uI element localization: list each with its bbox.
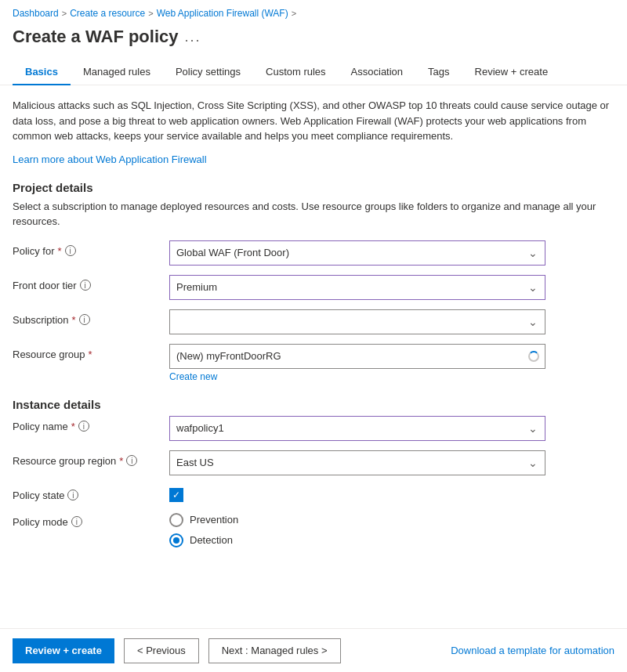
page-menu-icon[interactable]: ...	[185, 29, 201, 45]
breadcrumb-sep-3: >	[292, 9, 296, 18]
breadcrumb: Dashboard > Create a resource > Web Appl…	[0, 0, 627, 23]
policy-state-checkbox-wrapper: ✓	[169, 485, 545, 502]
detection-label: Detection	[190, 534, 233, 546]
policy-name-field	[169, 416, 545, 441]
subscription-row: Subscription * i	[13, 309, 614, 334]
breadcrumb-sep-2: >	[148, 9, 153, 18]
policy-for-info-icon[interactable]: i	[65, 245, 76, 256]
content-area: Malicious attacks such as SQL Injection,…	[0, 85, 627, 620]
policy-for-field: Global WAF (Front Door) Regional WAF (Ap…	[169, 240, 545, 266]
previous-button[interactable]: < Previous	[124, 638, 199, 663]
policy-mode-field: Prevention Detection	[169, 511, 545, 547]
policy-for-dropdown-wrapper: Global WAF (Front Door) Regional WAF (Ap…	[169, 240, 545, 266]
breadcrumb-waf[interactable]: Web Application Firewall (WAF)	[157, 8, 288, 19]
resource-group-field: Create new	[169, 344, 545, 382]
rg-region-required: *	[119, 455, 123, 467]
prevention-radio-outer	[169, 513, 183, 527]
resource-group-input-wrapper	[169, 344, 545, 369]
policy-mode-detection[interactable]: Detection	[169, 533, 545, 547]
rg-region-row: Resource group region * i East US East U…	[13, 450, 614, 475]
tab-custom-rules[interactable]: Custom rules	[253, 60, 339, 85]
policy-for-dropdown[interactable]: Global WAF (Front Door) Regional WAF (Ap…	[169, 240, 545, 266]
front-door-tier-row: Front door tier i Premium Standard	[13, 275, 614, 300]
front-door-tier-field: Premium Standard	[169, 275, 545, 300]
front-door-tier-dropdown[interactable]: Premium Standard	[169, 275, 545, 300]
policy-for-row: Policy for * i Global WAF (Front Door) R…	[13, 240, 614, 266]
rg-region-dropdown-wrapper: East US East US 2 West US West US 2 Cent…	[169, 450, 545, 475]
policy-mode-label: Policy mode i	[13, 511, 169, 528]
front-door-tier-info-icon[interactable]: i	[80, 280, 91, 291]
rg-region-info-icon[interactable]: i	[126, 455, 137, 466]
resource-group-row: Resource group * Create new	[13, 344, 614, 382]
subscription-label: Subscription * i	[13, 309, 169, 326]
front-door-tier-label: Front door tier i	[13, 275, 169, 291]
breadcrumb-create-resource[interactable]: Create a resource	[70, 8, 145, 19]
policy-mode-info-icon[interactable]: i	[71, 516, 82, 527]
resource-group-label: Resource group *	[13, 344, 169, 360]
project-details-desc: Select a subscription to manage deployed…	[13, 199, 614, 229]
subscription-dropdown[interactable]	[169, 309, 545, 334]
policy-name-label: Policy name * i	[13, 416, 169, 432]
breadcrumb-dashboard[interactable]: Dashboard	[13, 8, 59, 19]
detection-radio-inner	[173, 537, 179, 544]
rg-region-dropdown[interactable]: East US East US 2 West US West US 2 Cent…	[169, 450, 545, 475]
policy-name-required: *	[71, 421, 75, 432]
download-template-link[interactable]: Download a template for automation	[451, 645, 614, 656]
tab-managed-rules[interactable]: Managed rules	[71, 60, 163, 85]
resource-group-spinner	[528, 351, 539, 362]
tab-bar: Basics Managed rules Policy settings Cus…	[0, 60, 627, 85]
tab-association[interactable]: Association	[339, 60, 415, 85]
policy-name-row: Policy name * i	[13, 416, 614, 441]
policy-for-label: Policy for * i	[13, 240, 169, 257]
rg-region-field: East US East US 2 West US West US 2 Cent…	[169, 450, 545, 475]
resource-group-required: *	[89, 349, 92, 360]
rg-region-label: Resource group region * i	[13, 450, 169, 467]
subscription-dropdown-wrapper	[169, 309, 545, 334]
policy-state-label: Policy state i	[13, 485, 169, 501]
checkbox-checkmark: ✓	[172, 490, 180, 500]
prevention-label: Prevention	[190, 514, 238, 526]
resource-group-input[interactable]	[169, 344, 545, 369]
subscription-info-icon[interactable]: i	[79, 314, 90, 325]
policy-state-field: ✓	[169, 485, 545, 502]
learn-more-link[interactable]: Learn more about Web Application Firewal…	[13, 154, 207, 165]
policy-state-checkbox[interactable]: ✓	[169, 488, 183, 502]
review-create-button[interactable]: Review + create	[13, 638, 114, 663]
tab-policy-settings[interactable]: Policy settings	[163, 60, 253, 85]
policy-state-info-icon[interactable]: i	[67, 490, 78, 500]
policy-name-wrapper	[169, 416, 545, 441]
policy-mode-prevention[interactable]: Prevention	[169, 513, 545, 527]
policy-name-info-icon[interactable]: i	[78, 421, 89, 432]
policy-mode-row: Policy mode i Prevention Detection	[13, 511, 614, 547]
create-new-rg-link[interactable]: Create new	[169, 371, 217, 382]
instance-details-title: Instance details	[13, 398, 614, 411]
policy-name-input[interactable]	[169, 416, 545, 441]
tab-review-create[interactable]: Review + create	[462, 60, 561, 85]
policy-mode-radio-group: Prevention Detection	[169, 511, 545, 547]
detection-radio-outer	[169, 533, 183, 547]
tab-tags[interactable]: Tags	[415, 60, 462, 85]
project-details-title: Project details	[13, 181, 614, 194]
policy-state-row: Policy state i ✓	[13, 485, 614, 502]
page-title: Create a WAF policy	[13, 27, 179, 47]
front-door-tier-dropdown-wrapper: Premium Standard	[169, 275, 545, 300]
basics-description: Malicious attacks such as SQL Injection,…	[13, 98, 614, 144]
breadcrumb-sep-1: >	[62, 9, 67, 18]
subscription-required: *	[72, 314, 76, 326]
tab-basics[interactable]: Basics	[13, 60, 71, 85]
subscription-field	[169, 309, 545, 334]
next-button[interactable]: Next : Managed rules >	[208, 638, 341, 663]
footer: Review + create < Previous Next : Manage…	[0, 628, 627, 672]
policy-for-required: *	[57, 245, 61, 257]
